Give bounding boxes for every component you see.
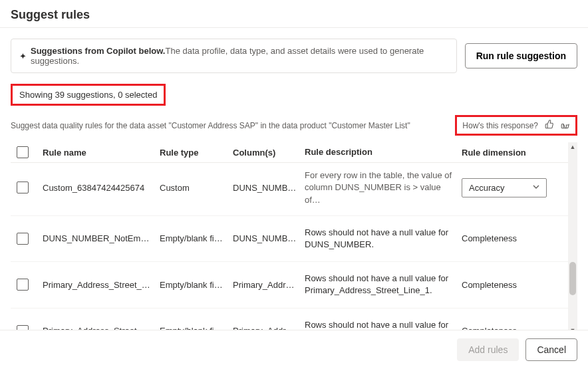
row-checkbox[interactable] xyxy=(17,279,29,291)
chevron-down-icon xyxy=(533,184,539,191)
table-row[interactable]: Primary_Address_Street_Lin…Empty/blank f… xyxy=(11,262,577,308)
cancel-button[interactable]: Cancel xyxy=(525,338,577,361)
asset-subtext: Suggest data quality rules for the data … xyxy=(11,121,410,130)
header-rule-type[interactable]: Rule type xyxy=(160,148,233,158)
dimension-cell: Completeness xyxy=(462,280,555,290)
row-checkbox-cell xyxy=(11,182,43,193)
dimension-dropdown[interactable]: Accuracy xyxy=(462,178,547,197)
rule-type-cell: Custom xyxy=(160,183,233,193)
page-title: Suggest rules xyxy=(11,8,577,22)
feedback-label: How's this response? xyxy=(462,121,538,130)
rule-name-cell: DUNS_NUMBER_NotEmpty xyxy=(43,233,160,243)
description-cell: For every row in the table, the value of… xyxy=(305,170,462,206)
scrollbar-track[interactable]: ▲ ▼ xyxy=(568,142,577,335)
dimension-cell: Accuracy xyxy=(462,178,555,197)
table-row[interactable]: DUNS_NUMBER_NotEmptyEmpty/blank fi…DUNS_… xyxy=(11,216,577,262)
rule-type-cell: Empty/blank fi… xyxy=(160,280,233,290)
row-checkbox-cell xyxy=(11,279,43,291)
row-checkbox[interactable] xyxy=(17,182,29,193)
scroll-thumb[interactable] xyxy=(569,262,576,295)
add-rules-button: Add rules xyxy=(457,338,519,361)
columns-cell: Primary_Addr… xyxy=(233,280,305,290)
header-dimension[interactable]: Rule dimension xyxy=(462,148,555,158)
thumbs-down-icon[interactable] xyxy=(561,120,570,131)
feedback-box: How's this response? xyxy=(455,115,577,136)
select-all-checkbox[interactable] xyxy=(17,146,29,158)
copilot-info-box: ✦ Suggestions from Copilot below.The dat… xyxy=(11,39,457,73)
columns-cell: DUNS_NUMB… xyxy=(233,183,305,193)
header-checkbox-cell xyxy=(11,146,43,158)
scroll-up-arrow[interactable]: ▲ xyxy=(568,142,577,152)
dimension-cell: Completeness xyxy=(462,233,555,243)
row-checkbox-cell xyxy=(11,233,43,245)
description-cell: Rows should not have a null value for DU… xyxy=(305,227,462,251)
header-columns[interactable]: Column(s) xyxy=(233,148,305,158)
main-content: ✦ Suggestions from Copilot below.The dat… xyxy=(0,28,588,369)
info-bar: ✦ Suggestions from Copilot below.The dat… xyxy=(11,39,577,73)
description-cell: Rows should not have a null value for Pr… xyxy=(305,273,462,297)
rule-name-cell: Custom_63847424425674 xyxy=(43,183,160,193)
info-strong-text: Suggestions from Copilot below. xyxy=(31,46,165,56)
thumbs-up-icon[interactable] xyxy=(545,120,554,131)
footer: Add rules Cancel xyxy=(0,330,588,369)
subtext-row: Suggest data quality rules for the data … xyxy=(11,115,577,136)
header-rule-name[interactable]: Rule name xyxy=(43,148,160,158)
run-rule-suggestion-button[interactable]: Run rule suggestion xyxy=(465,43,577,68)
page-header: Suggest rules xyxy=(0,0,588,28)
columns-cell: DUNS_NUMBER xyxy=(233,233,305,243)
rule-type-cell: Empty/blank fi… xyxy=(160,233,233,243)
row-checkbox[interactable] xyxy=(17,233,29,245)
header-description[interactable]: Rule description xyxy=(305,146,462,158)
status-count: Showing 39 suggestions, 0 selected xyxy=(11,84,166,106)
table-header-row: Rule name Rule type Column(s) Rule descr… xyxy=(11,142,577,163)
rule-name-cell: Primary_Address_Street_Lin… xyxy=(43,280,160,290)
sparkle-icon: ✦ xyxy=(19,51,27,61)
dimension-value: Accuracy xyxy=(469,183,504,193)
table-row[interactable]: Custom_63847424425674CustomDUNS_NUMB…For… xyxy=(11,163,577,216)
